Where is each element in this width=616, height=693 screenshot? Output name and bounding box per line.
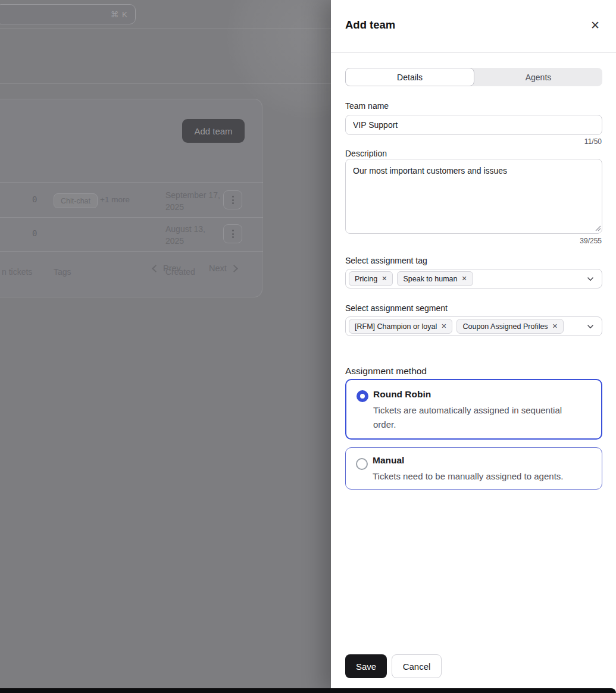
team-name-input[interactable] [345,115,602,135]
screen: ⌘ K Add team n tickets Tags Created 0 Ch… [0,0,616,693]
table-divider [0,217,263,218]
description-label: Description [345,149,387,158]
created-date-line2: 2025 [165,235,225,247]
selected-segment-chip: [RFM] Champion or loyal ✕ [349,319,452,334]
selected-tag-chip: Speak to human ✕ [397,271,473,286]
row-actions-kebab-icon[interactable] [223,190,242,209]
save-button[interactable]: Save [345,654,387,678]
drawer-header-divider [331,52,616,53]
created-date: September 17, 2025 [165,189,225,213]
table-divider [0,182,263,183]
option-title: Manual [373,455,404,466]
radio-unselected-icon[interactable] [356,458,368,470]
next-label: Next [209,264,227,273]
search-input[interactable]: ⌘ K [0,4,136,24]
tab-details[interactable]: Details [345,68,474,86]
chip-label: Speak to human [403,275,457,283]
assignment-segment-select[interactable]: [RFM] Champion or loyal ✕ Coupon Assigne… [345,316,602,336]
dimmed-background-page: ⌘ K Add team n tickets Tags Created 0 Ch… [0,0,331,693]
option-description: Tickets need to be manually assigned to … [373,469,599,484]
drawer-tabs: Details Agents [345,68,602,86]
page-divider [0,83,331,84]
bottom-bar [0,688,616,693]
assignment-segment-label: Select assignment segment [345,303,448,313]
created-date-line1: August 13, [165,223,225,235]
add-team-button[interactable]: Add team [182,119,245,143]
created-date-line1: September 17, [165,189,225,201]
teams-card: Add team n tickets Tags Created 0 Chit-c… [0,99,262,297]
selected-segment-chip: Coupon Assigned Profiles ✕ [456,319,563,334]
created-date-line2: 2025 [165,201,225,213]
close-icon[interactable]: ✕ [586,17,604,35]
open-tickets-count: 0 [32,195,37,204]
created-date: August 13, 2025 [165,223,225,247]
option-manual[interactable]: Manual Tickets need to be manually assig… [345,447,602,490]
column-header-open-tickets: n tickets [2,267,32,277]
assignment-tag-select[interactable]: Pricing ✕ Speak to human ✕ [345,269,602,289]
next-page-button[interactable]: Next [209,261,237,275]
remove-chip-icon[interactable]: ✕ [441,323,446,330]
selected-tag-chip: Pricing ✕ [349,271,393,286]
option-round-robin[interactable]: Round Robin Tickets are automatically as… [345,379,602,440]
prev-page-button[interactable]: Prev [153,261,181,275]
option-title: Round Robin [373,389,431,400]
prev-label: Prev [163,264,181,273]
chevron-down-icon [586,322,595,331]
tab-agents[interactable]: Agents [474,68,602,86]
chip-label: [RFM] Champion or loyal [355,322,437,331]
chevron-left-icon [152,265,160,272]
open-tickets-count: 0 [32,228,37,238]
chip-label: Pricing [355,275,377,283]
description-textarea[interactable]: Our most important customers and issues [345,159,602,234]
team-name-label: Team name [345,101,389,111]
column-header-tags: Tags [54,267,71,277]
add-team-drawer: Add team ✕ Details Agents Team name 11/5… [331,0,616,693]
remove-chip-icon[interactable]: ✕ [461,275,467,282]
table-divider [0,251,263,252]
chevron-down-icon [586,275,595,283]
cancel-button[interactable]: Cancel [392,654,442,678]
chip-label: Coupon Assigned Profiles [462,322,548,331]
row-actions-kebab-icon[interactable] [223,224,242,243]
drawer-title: Add team [345,18,395,32]
remove-chip-icon[interactable]: ✕ [382,275,387,282]
team-name-char-counter: 11/50 [584,137,602,146]
description-char-counter: 39/255 [580,237,602,245]
header-divider [0,29,331,29]
more-tags-label: +1 more [100,195,130,204]
command-k-shortcut-hint: ⌘ K [111,10,128,19]
remove-chip-icon[interactable]: ✕ [552,323,558,330]
radio-selected-icon[interactable] [357,390,368,402]
chevron-right-icon [230,265,238,272]
assignment-tag-label: Select assignment tag [345,256,427,265]
tag-badge: Chit-chat [54,193,98,208]
option-description: Tickets are automatically assigned in se… [373,403,585,432]
assignment-method-label: Assignment method [345,366,427,377]
